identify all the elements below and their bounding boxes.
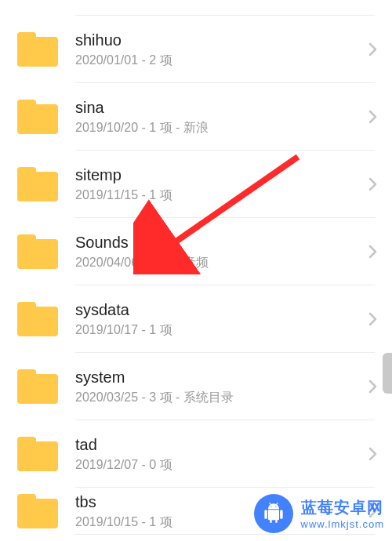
folder-row[interactable]: sina2019/10/20 - 1 项 - 新浪 [0, 83, 392, 151]
chevron-right-icon [364, 40, 383, 59]
folder-name: sysdata [75, 300, 364, 319]
folder-name: sina [75, 98, 364, 117]
watermark-title: 蓝莓安卓网 [301, 497, 384, 518]
folder-name: tad [75, 435, 364, 454]
chevron-right-icon [364, 310, 383, 329]
folder-text: system2020/03/25 - 3 项 - 系统目录 [75, 368, 364, 405]
watermark: 蓝莓安卓网 www.lmkjst.com [254, 494, 384, 533]
folder-row[interactable]: shihuo2020/01/01 - 2 项 [0, 16, 392, 83]
folder-icon [17, 494, 58, 528]
folder-name: shihuo [75, 31, 364, 49]
watermark-url: www.lmkjst.com [301, 518, 384, 530]
row-divider [75, 534, 375, 535]
chevron-right-icon [364, 107, 383, 126]
folder-meta: 2019/10/17 - 1 项 [75, 322, 364, 337]
file-manager-screen: 2019/11/15 - 1 项shihuo2020/01/01 - 2 项si… [0, 0, 392, 541]
folder-row[interactable]: sitemp2019/11/15 - 1 项 [0, 151, 392, 218]
folder-text: shihuo2020/01/01 - 2 项 [75, 31, 364, 67]
folder-icon [17, 100, 58, 134]
folder-text: sina2019/10/20 - 1 项 - 新浪 [75, 98, 364, 135]
folder-row[interactable]: 2019/11/15 - 1 项 [0, 0, 392, 16]
folder-meta: 2019/11/15 - 1 项 [75, 187, 364, 202]
folder-text: sysdata2019/10/17 - 1 项 [75, 300, 364, 337]
folder-icon [17, 369, 58, 404]
folder-icon [17, 302, 58, 336]
folder-text: sitemp2019/11/15 - 1 项 [75, 165, 364, 202]
chevron-right-icon [364, 242, 383, 261]
folder-meta: 2019/12/07 - 0 项 [75, 457, 364, 472]
folder-icon [17, 437, 58, 471]
folder-meta: 2019/10/20 - 1 项 - 新浪 [75, 120, 364, 135]
chevron-right-icon [364, 445, 383, 463]
folder-row[interactable]: sysdata2019/10/17 - 1 项 [0, 285, 392, 353]
folder-icon [17, 32, 58, 67]
folder-meta: 2020/03/25 - 3 项 - 系统目录 [75, 390, 364, 405]
folder-icon [17, 234, 58, 269]
folder-list: 2019/11/15 - 1 项shihuo2020/01/01 - 2 项si… [0, 0, 392, 535]
chevron-right-icon [364, 175, 383, 194]
folder-icon [17, 167, 58, 202]
folder-name: Sounds [75, 233, 364, 252]
folder-row[interactable]: tad2019/12/07 - 0 项 [0, 420, 392, 488]
folder-meta: 2020/04/06 - 4 项 - 音频 [75, 255, 364, 270]
chevron-right-icon [364, 377, 383, 396]
android-icon [254, 494, 293, 533]
folder-text: Sounds2020/04/06 - 4 项 - 音频 [75, 233, 364, 270]
scrollbar-thumb[interactable] [383, 353, 392, 394]
folder-meta: 2020/01/01 - 2 项 [75, 53, 364, 67]
folder-row[interactable]: Sounds2020/04/06 - 4 项 - 音频 [0, 218, 392, 285]
folder-text: tad2019/12/07 - 0 项 [75, 435, 364, 472]
folder-row[interactable]: system2020/03/25 - 3 项 - 系统目录 [0, 353, 392, 420]
folder-name: sitemp [75, 165, 364, 184]
folder-name: system [75, 368, 364, 387]
